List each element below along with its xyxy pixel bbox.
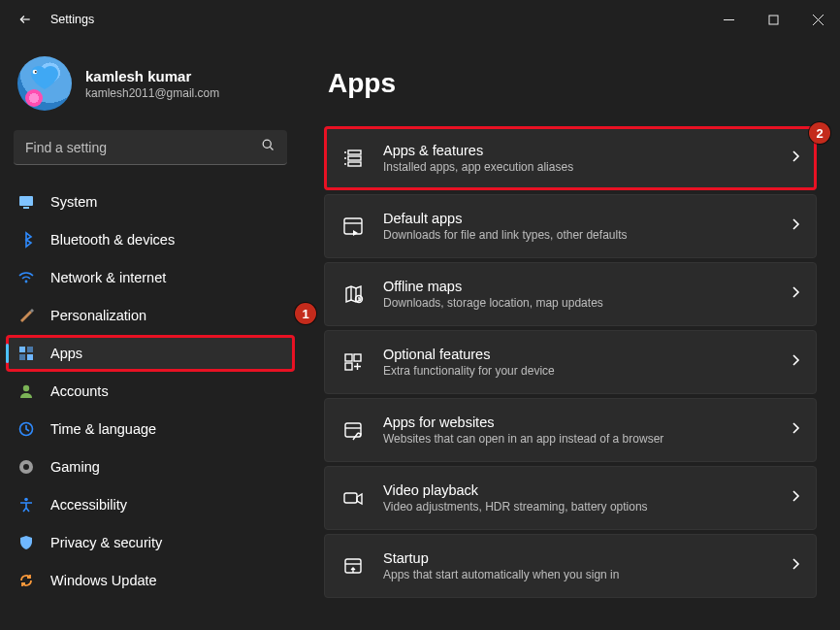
close-button[interactable] — [795, 0, 840, 39]
svg-point-19 — [24, 498, 28, 502]
card-subtitle: Video adjustments, HDR streaming, batter… — [383, 500, 648, 514]
sidebar-item-update[interactable]: Windows Update — [6, 562, 295, 599]
sidebar-item-privacy[interactable]: Privacy & security — [6, 524, 295, 561]
svg-rect-29 — [354, 354, 361, 361]
chevron-right-icon — [791, 149, 800, 167]
startup-icon — [342, 555, 364, 577]
svg-rect-8 — [19, 196, 33, 206]
card-subtitle: Websites that can open in an app instead… — [383, 432, 663, 446]
page-title: Apps — [328, 68, 817, 99]
sidebar-item-label: Accessibility — [50, 497, 127, 513]
sidebar-item-label: Privacy & security — [50, 535, 162, 550]
chevron-right-icon — [791, 489, 800, 507]
cards-container: Apps & featuresInstalled apps, app execu… — [324, 126, 817, 598]
profile-block[interactable]: kamlesh kumar kamlesh2011@gmail.com — [0, 49, 301, 130]
search-input[interactable] — [25, 140, 261, 155]
sidebar-item-label: Apps — [50, 346, 82, 361]
search-icon — [261, 138, 275, 156]
chevron-right-icon — [791, 353, 800, 371]
card-optional[interactable]: Optional featuresExtra functionality for… — [324, 330, 817, 394]
svg-rect-9 — [23, 207, 29, 209]
card-default-apps[interactable]: Default appsDownloads for file and link … — [324, 194, 817, 258]
card-video[interactable]: Video playbackVideo adjustments, HDR str… — [324, 466, 817, 530]
card-startup[interactable]: StartupApps that start automatically whe… — [324, 534, 817, 598]
svg-rect-32 — [344, 493, 357, 503]
card-title: Apps & features — [383, 143, 573, 158]
card-offline-maps[interactable]: Offline mapsDownloads, storage location,… — [324, 262, 817, 326]
svg-point-15 — [23, 385, 29, 391]
websites-icon — [342, 419, 364, 441]
svg-rect-30 — [345, 363, 352, 370]
card-websites[interactable]: Apps for websitesWebsites that can open … — [324, 398, 817, 462]
svg-point-6 — [263, 140, 271, 148]
sidebar-item-label: Bluetooth & devices — [50, 232, 175, 248]
sidebar-item-accessibility[interactable]: Accessibility — [6, 486, 295, 523]
card-subtitle: Extra functionality for your device — [383, 364, 555, 378]
svg-point-25 — [344, 163, 346, 165]
svg-rect-14 — [27, 354, 33, 360]
personalization-icon — [17, 307, 35, 324]
sidebar-item-label: Network & internet — [50, 270, 166, 285]
svg-point-23 — [344, 151, 346, 153]
apps-icon — [17, 345, 35, 362]
chevron-right-icon — [791, 285, 800, 303]
svg-rect-31 — [345, 423, 361, 437]
wifi-icon — [17, 269, 35, 286]
annotation-marker-2: 2 — [809, 122, 830, 144]
sidebar-item-gaming[interactable]: Gaming — [6, 448, 295, 485]
card-title: Apps for websites — [383, 414, 663, 430]
card-title: Startup — [383, 550, 619, 566]
svg-rect-20 — [348, 150, 361, 154]
sidebar-item-label: Personalization — [50, 308, 146, 323]
update-icon — [17, 572, 35, 589]
gaming-icon — [17, 458, 35, 476]
titlebar: Settings — [0, 0, 840, 39]
sidebar-item-system[interactable]: System — [6, 183, 295, 220]
card-title: Video playback — [383, 482, 648, 498]
card-subtitle: Downloads, storage location, map updates — [383, 296, 603, 310]
avatar — [17, 56, 72, 111]
chevron-right-icon — [791, 217, 800, 235]
window-title: Settings — [50, 13, 94, 26]
sidebar-item-label: Time & language — [50, 421, 156, 437]
sidebar-item-time[interactable]: Time & language — [6, 411, 295, 448]
default-apps-icon — [342, 216, 364, 237]
video-icon — [342, 487, 364, 509]
search-box[interactable] — [14, 130, 287, 165]
sidebar-item-accounts[interactable]: Accounts — [6, 373, 295, 410]
sidebar-item-label: Gaming — [50, 459, 100, 475]
card-subtitle: Downloads for file and link types, other… — [383, 228, 627, 242]
card-subtitle: Apps that start automatically when you s… — [383, 568, 619, 581]
bluetooth-icon — [17, 231, 35, 249]
svg-point-24 — [344, 157, 346, 159]
card-title: Default apps — [383, 211, 627, 226]
window-controls — [706, 0, 840, 39]
profile-name: kamlesh kumar — [85, 68, 219, 84]
card-apps-features[interactable]: Apps & featuresInstalled apps, app execu… — [324, 126, 817, 190]
accounts-icon — [17, 382, 35, 400]
svg-rect-13 — [19, 354, 25, 360]
main-panel: Apps Apps & featuresInstalled apps, app … — [301, 39, 840, 630]
svg-line-7 — [270, 147, 273, 149]
sidebar-item-label: System — [50, 194, 97, 210]
maximize-button[interactable] — [751, 0, 795, 39]
system-icon — [17, 193, 35, 211]
sidebar-item-label: Windows Update — [50, 573, 157, 588]
offline-maps-icon — [342, 283, 364, 305]
svg-rect-22 — [348, 162, 361, 166]
apps-features-icon — [342, 148, 364, 169]
sidebar-item-apps[interactable]: Apps — [6, 335, 295, 372]
sidebar-item-wifi[interactable]: Network & internet — [6, 259, 295, 296]
back-button[interactable] — [17, 12, 33, 27]
card-title: Offline maps — [383, 279, 603, 294]
sidebar-item-bluetooth[interactable]: Bluetooth & devices — [6, 221, 295, 258]
time-icon — [17, 420, 35, 438]
sidebar-nav: SystemBluetooth & devicesNetwork & inter… — [0, 179, 301, 599]
chevron-right-icon — [791, 557, 800, 575]
chevron-right-icon — [791, 421, 800, 439]
sidebar-item-personalization[interactable]: Personalization — [6, 297, 295, 334]
card-subtitle: Installed apps, app execution aliases — [383, 160, 573, 174]
minimize-button[interactable] — [706, 0, 751, 39]
privacy-icon — [17, 534, 35, 551]
svg-rect-12 — [27, 347, 33, 352]
